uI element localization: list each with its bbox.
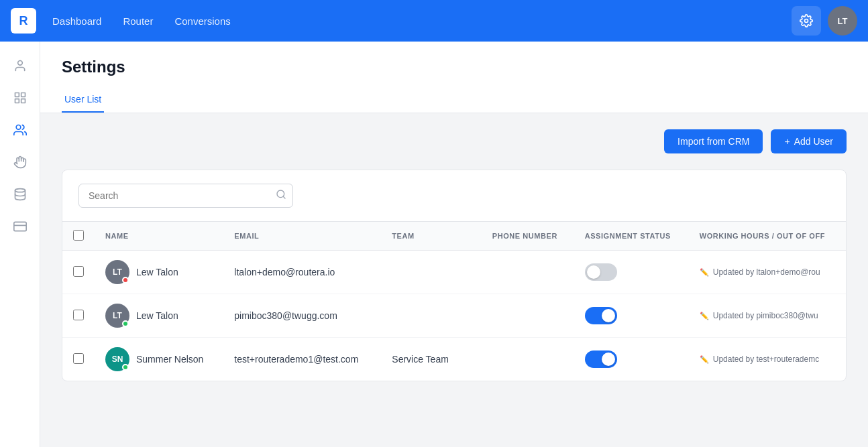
main-content: Settings User List Import from CRM + Add… xyxy=(40,42,868,447)
top-navigation: R Dashboard Router Conversions LT xyxy=(0,0,868,42)
user-email: ltalon+demo@routera.io xyxy=(234,267,335,277)
nav-links: Dashboard Router Conversions xyxy=(52,15,792,27)
search-icon xyxy=(276,189,286,202)
col-working-hours: WORKING HOURS / OUT OF OFF xyxy=(689,222,846,251)
row-team-cell xyxy=(381,294,482,338)
row-phone-cell xyxy=(482,338,574,381)
avatar: LT xyxy=(105,260,129,284)
row-checkbox[interactable] xyxy=(73,353,84,364)
row-name-cell: LT Lew Talon xyxy=(95,294,223,338)
user-avatar[interactable]: LT xyxy=(828,6,857,36)
row-checkbox-cell xyxy=(62,294,95,338)
page-title: Settings xyxy=(62,58,847,76)
sidebar-database-icon[interactable] xyxy=(7,181,34,208)
user-email: pimiboc380@twugg.com xyxy=(234,310,337,321)
col-checkbox xyxy=(62,222,95,251)
user-name: Summer Nelson xyxy=(136,354,203,365)
table-row: SN Summer Nelson test+routerademo1@test.… xyxy=(62,338,846,381)
nav-router[interactable]: Router xyxy=(123,15,153,27)
tab-user-list[interactable]: User List xyxy=(62,87,104,113)
svg-line-11 xyxy=(283,196,285,198)
search-input[interactable] xyxy=(78,184,293,208)
online-status-dot xyxy=(122,320,129,327)
updated-text-cell: ✏️ Updated by ltalon+demo@rou xyxy=(700,267,835,277)
assignment-status-toggle[interactable] xyxy=(585,307,617,324)
toggle-thumb xyxy=(587,265,600,279)
actions-row: Import from CRM + Add User xyxy=(62,129,847,153)
svg-point-7 xyxy=(15,189,25,192)
updated-by: Updated by test+routerademc xyxy=(713,355,819,364)
updated-by: Updated by ltalon+demo@rou xyxy=(713,267,820,277)
user-email: test+routerademo1@test.com xyxy=(234,354,358,365)
updated-by: Updated by pimiboc380@twu xyxy=(713,311,818,320)
pencil-icon: ✏️ xyxy=(700,268,709,277)
nav-actions: LT xyxy=(792,6,857,36)
svg-rect-3 xyxy=(21,93,25,97)
settings-header: Settings User List xyxy=(40,42,868,113)
sidebar-card-icon[interactable] xyxy=(7,213,34,240)
sidebar xyxy=(0,42,40,447)
svg-rect-5 xyxy=(15,99,19,103)
updated-text-cell: ✏️ Updated by pimiboc380@twu xyxy=(700,311,835,320)
updated-text-cell: ✏️ Updated by test+routerademc xyxy=(700,355,835,364)
avatar: LT xyxy=(105,304,129,328)
row-email-cell: ltalon+demo@routera.io xyxy=(223,251,381,294)
toggle-thumb xyxy=(602,353,615,366)
row-status-cell xyxy=(574,251,689,294)
online-status-dot xyxy=(122,277,129,283)
app-logo[interactable]: R xyxy=(11,8,36,34)
sidebar-hand-icon[interactable] xyxy=(7,149,34,176)
assignment-status-toggle[interactable] xyxy=(585,263,617,281)
col-name: NAME xyxy=(95,222,223,251)
row-status-cell xyxy=(574,338,689,381)
settings-gear-button[interactable] xyxy=(792,6,821,36)
add-user-button[interactable]: + Add User xyxy=(771,129,847,153)
toggle-thumb xyxy=(602,309,615,322)
user-table-card: NAME EMAIL TEAM PHONE NUMBER ASSIGNMENT … xyxy=(62,170,847,381)
pencil-icon: ✏️ xyxy=(700,312,709,320)
avatar: SN xyxy=(105,347,129,371)
import-from-crm-button[interactable]: Import from CRM xyxy=(664,129,763,153)
row-status-cell xyxy=(574,294,689,338)
user-name: Lew Talon xyxy=(136,310,178,321)
row-email-cell: test+routerademo1@test.com xyxy=(223,338,381,381)
row-team-cell xyxy=(381,251,482,294)
sidebar-person-icon[interactable] xyxy=(7,52,34,79)
col-team: TEAM xyxy=(381,222,482,251)
pencil-icon: ✏️ xyxy=(700,355,709,364)
row-team-cell: Service Team xyxy=(381,338,482,381)
row-checkbox-cell xyxy=(62,251,95,294)
svg-rect-8 xyxy=(13,222,25,231)
col-assignment-status: ASSIGNMENT STATUS xyxy=(574,222,689,251)
search-row xyxy=(62,170,846,221)
add-user-label: Add User xyxy=(794,136,833,147)
select-all-checkbox[interactable] xyxy=(73,230,84,241)
content-area: Import from CRM + Add User xyxy=(40,113,868,397)
row-phone-cell xyxy=(482,251,574,294)
nav-conversions[interactable]: Conversions xyxy=(174,15,230,27)
user-cell: LT Lew Talon xyxy=(105,304,213,328)
row-working-cell: ✏️ Updated by pimiboc380@twu xyxy=(689,294,846,338)
user-name: Lew Talon xyxy=(136,267,178,277)
sidebar-users-icon[interactable] xyxy=(7,117,34,143)
row-checkbox-cell xyxy=(62,338,95,381)
user-cell: LT Lew Talon xyxy=(105,260,213,284)
svg-point-0 xyxy=(805,19,808,23)
col-phone: PHONE NUMBER xyxy=(482,222,574,251)
row-working-cell: ✏️ Updated by test+routerademc xyxy=(689,338,846,381)
row-checkbox[interactable] xyxy=(73,266,84,277)
svg-rect-4 xyxy=(21,99,25,103)
svg-point-6 xyxy=(16,125,21,130)
svg-point-1 xyxy=(17,61,22,66)
user-team: Service Team xyxy=(392,354,449,365)
row-name-cell: LT Lew Talon xyxy=(95,251,223,294)
user-cell: SN Summer Nelson xyxy=(105,347,213,371)
online-status-dot xyxy=(122,364,129,371)
search-wrap xyxy=(78,184,293,208)
col-email: EMAIL xyxy=(223,222,381,251)
sidebar-building-icon[interactable] xyxy=(7,84,34,111)
assignment-status-toggle[interactable] xyxy=(585,350,617,368)
row-email-cell: pimiboc380@twugg.com xyxy=(223,294,381,338)
nav-dashboard[interactable]: Dashboard xyxy=(52,15,101,27)
row-checkbox[interactable] xyxy=(73,310,84,320)
